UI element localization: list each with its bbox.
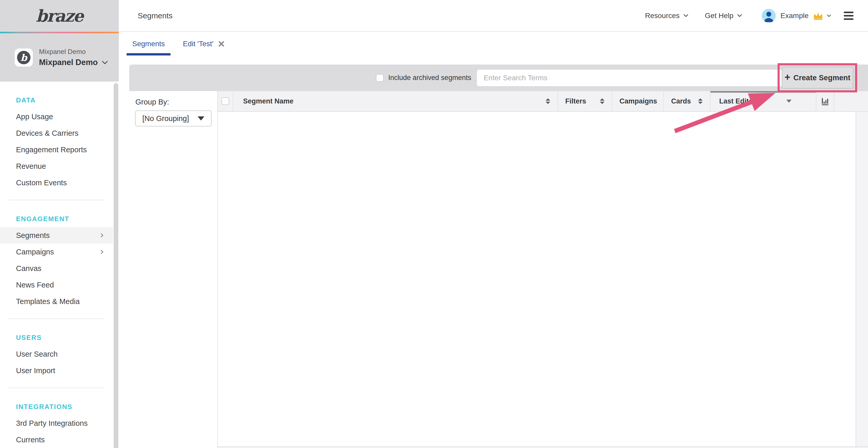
person-icon (762, 9, 776, 23)
segments-toolbar: Include archived segments (129, 65, 868, 91)
create-segment-label: Create Segment (793, 74, 850, 82)
resources-menu[interactable]: Resources (645, 12, 688, 20)
group-by-dropdown[interactable]: [No Grouping] (135, 110, 212, 127)
group-by-panel: Group By: [No Grouping] (119, 91, 218, 448)
chevron-down-icon (737, 14, 742, 17)
sidebar-item-currents[interactable]: Currents (0, 432, 113, 448)
sidebar-item-label: Templates & Media (16, 297, 80, 306)
sidebar-item-canvas[interactable]: Canvas (0, 260, 113, 277)
workspace-small-label: Mixpanel Demo (39, 48, 108, 56)
get-help-menu[interactable]: Get Help (705, 12, 742, 20)
hamburger-menu-icon[interactable] (844, 12, 854, 20)
sidebar-item-label: Currents (16, 436, 45, 444)
workspace-name: Mixpanel Demo (39, 58, 98, 67)
bar-chart-icon (820, 96, 830, 106)
sidebar-item-label: Campaigns (16, 248, 54, 256)
close-icon[interactable] (218, 40, 225, 47)
sidebar-item-label: User Import (16, 367, 55, 375)
chevron-right-icon (100, 249, 103, 254)
workspace-texts: Mixpanel Demo Mixpanel Demo (39, 48, 108, 67)
sidebar-divider (8, 318, 104, 319)
top-header: Segments Resources Get Help Example (119, 0, 868, 32)
sidebar-item-segments[interactable]: Segments (0, 227, 113, 244)
resources-menu-label: Resources (645, 12, 680, 20)
sidebar: braze b Mixpanel Demo Mixpanel Demo DATA… (0, 0, 119, 448)
sidebar-item-custom-events[interactable]: Custom Events (0, 174, 113, 191)
sidebar-item-label: Canvas (16, 264, 41, 273)
sidebar-nav: DATA App Usage Devices & Carriers Engage… (0, 81, 113, 448)
dropdown-caret-icon (197, 116, 204, 120)
search-box (477, 70, 835, 86)
sidebar-item-templates-media[interactable]: Templates & Media (0, 293, 113, 310)
table-right-gutter (856, 112, 868, 446)
select-all-cell (218, 91, 233, 111)
sidebar-item-label: Segments (16, 231, 50, 240)
sidebar-item-news-feed[interactable]: News Feed (0, 277, 113, 293)
crown-icon (813, 11, 824, 20)
sidebar-divider (8, 388, 104, 388)
user-menu-chevron-icon[interactable] (827, 14, 831, 17)
workspace-switcher[interactable]: b Mixpanel Demo Mixpanel Demo (0, 33, 119, 81)
sidebar-item-label: User Search (16, 350, 58, 358)
tab-segments[interactable]: Segments (127, 32, 170, 56)
include-archived-control[interactable]: Include archived segments (376, 74, 471, 82)
get-help-menu-label: Get Help (705, 12, 734, 20)
column-campaigns[interactable]: Campaigns (612, 91, 664, 111)
group-by-label: Group By: (135, 98, 217, 106)
page-title: Segments (138, 11, 173, 20)
workspace-icon: b (15, 48, 33, 67)
sidebar-item-devices-carriers[interactable]: Devices & Carriers (0, 125, 113, 141)
tab-edit-test[interactable]: Edit 'Test' (177, 32, 230, 56)
column-label: Campaigns (619, 97, 657, 105)
select-all-checkbox[interactable] (221, 97, 229, 105)
tab-label: Edit 'Test' (183, 40, 213, 48)
sidebar-item-user-search[interactable]: User Search (0, 346, 113, 362)
column-spacer (834, 91, 868, 111)
include-archived-label: Include archived segments (388, 74, 471, 82)
column-dropdown-caret-icon[interactable] (786, 100, 792, 103)
table-bottom-scrollbar[interactable] (218, 446, 868, 448)
column-label: Filters (565, 97, 586, 105)
create-segment-button[interactable]: + Create Segment (782, 67, 853, 89)
workspace-icon-circle: b (17, 51, 30, 64)
sidebar-item-app-usage[interactable]: App Usage (0, 108, 113, 125)
sidebar-item-label: Custom Events (16, 179, 67, 187)
sidebar-item-label: Engagement Reports (16, 145, 87, 154)
sidebar-item-3rd-party-integrations[interactable]: 3rd Party Integrations (0, 415, 113, 432)
column-label: Last Edited (719, 97, 757, 105)
search-input[interactable] (484, 74, 781, 82)
sidebar-item-label: Revenue (16, 162, 46, 171)
sidebar-item-label: App Usage (16, 112, 53, 121)
sidebar-item-label: 3rd Party Integrations (16, 419, 88, 427)
tab-label: Segments (132, 40, 165, 48)
sidebar-section-integrations: INTEGRATIONS (0, 399, 113, 415)
user-avatar[interactable] (762, 9, 776, 23)
workspace-name-row: Mixpanel Demo (39, 58, 108, 67)
braze-dashboard-page: braze b Mixpanel Demo Mixpanel Demo DATA… (0, 0, 868, 448)
sidebar-item-engagement-reports[interactable]: Engagement Reports (0, 141, 113, 158)
sidebar-item-revenue[interactable]: Revenue (0, 158, 113, 174)
sidebar-item-label: Devices & Carriers (16, 129, 79, 138)
sort-icon[interactable] (600, 98, 604, 104)
sort-icon[interactable] (546, 98, 550, 104)
column-cards[interactable]: Cards (664, 91, 710, 111)
logo-block: braze (0, 0, 119, 32)
sidebar-item-user-import[interactable]: User Import (0, 362, 113, 379)
segments-table-header: Segment Name Filters Campaigns Cards Las… (218, 91, 868, 112)
include-archived-checkbox[interactable] (376, 74, 383, 82)
workspace-icon-letter: b (21, 52, 27, 63)
column-last-edited[interactable]: Last Edited (710, 91, 816, 111)
sidebar-item-campaigns[interactable]: Campaigns (0, 244, 113, 260)
chevron-down-icon (102, 61, 108, 65)
column-filters[interactable]: Filters (558, 91, 612, 111)
sidebar-scrollbar-thumb[interactable] (114, 83, 118, 448)
column-label: Segment Name (243, 97, 293, 105)
sort-icon[interactable] (698, 98, 703, 104)
column-label: Cards (671, 97, 691, 105)
sidebar-section-users: USERS (0, 329, 113, 346)
column-segment-name[interactable]: Segment Name (233, 91, 558, 111)
column-analytics[interactable] (816, 91, 834, 111)
tab-bar: Segments Edit 'Test' (119, 32, 868, 56)
braze-logo: braze (36, 6, 83, 26)
sidebar-divider (8, 200, 104, 200)
